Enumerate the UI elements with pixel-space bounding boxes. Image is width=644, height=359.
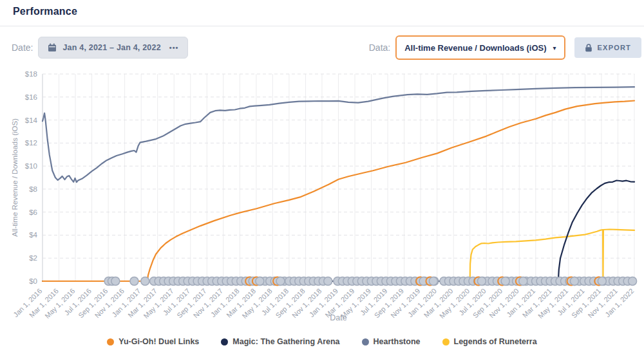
legend-label: Legends of Runeterra	[454, 337, 537, 346]
performance-chart: $0$2$4$6$8$10$12$14$16$18Jan 1, 2016Mar …	[0, 0, 644, 335]
y-tick-label: $10	[25, 162, 37, 170]
y-tick-label: $2	[29, 254, 37, 262]
timeline-event-marker[interactable]	[501, 277, 509, 286]
performance-page: Performance Date: Jan 4, 2021 – Jan 4, 2…	[0, 0, 644, 359]
y-tick-label: $0	[29, 277, 37, 285]
legend-dot-icon	[221, 338, 228, 345]
y-tick-label: $16	[25, 93, 37, 101]
chart-legend: Yu-Gi-Oh! Duel LinksMagic: The Gathering…	[0, 337, 644, 346]
timeline-event-marker[interactable]	[477, 277, 486, 286]
timeline-event-marker[interactable]	[570, 277, 578, 286]
y-tick-label: $12	[25, 139, 37, 147]
timeline-event-marker[interactable]	[429, 277, 437, 286]
legend-dot-icon	[442, 338, 450, 345]
y-tick-label: $6	[29, 208, 37, 216]
y-tick-label: $8	[29, 185, 37, 193]
timeline-event-marker[interactable]	[256, 277, 264, 286]
timeline-event-marker[interactable]	[141, 277, 149, 286]
legend-item-2[interactable]: Hearthstone	[362, 337, 421, 346]
legend-item-1[interactable]: Magic: The Gathering Arena	[221, 337, 339, 346]
timeline-event-marker[interactable]	[130, 277, 138, 286]
timeline-event-marker[interactable]	[598, 277, 606, 286]
legend-label: Yu-Gi-Oh! Duel Links	[118, 337, 199, 346]
y-axis-title: All-time Revenue / Downloads (iOS)	[11, 118, 19, 237]
timeline-event-marker[interactable]	[111, 277, 120, 286]
y-tick-label: $14	[25, 116, 38, 124]
legend-label: Magic: The Gathering Arena	[232, 337, 339, 346]
legend-dot-icon	[107, 338, 114, 345]
timeline-event-marker[interactable]	[324, 277, 332, 286]
y-tick-label: $18	[25, 70, 37, 78]
timeline-event-marker[interactable]	[276, 277, 285, 286]
timeline-event-marker[interactable]	[519, 277, 527, 286]
legend-item-0[interactable]: Yu-Gi-Oh! Duel Links	[107, 337, 199, 346]
x-axis-title: Date	[330, 313, 346, 322]
legend-item-3[interactable]: Legends of Runeterra	[442, 337, 537, 346]
legend-label: Hearthstone	[374, 337, 421, 346]
legend-dot-icon	[362, 338, 369, 345]
timeline-event-marker[interactable]	[629, 277, 637, 286]
y-tick-label: $4	[29, 231, 37, 239]
